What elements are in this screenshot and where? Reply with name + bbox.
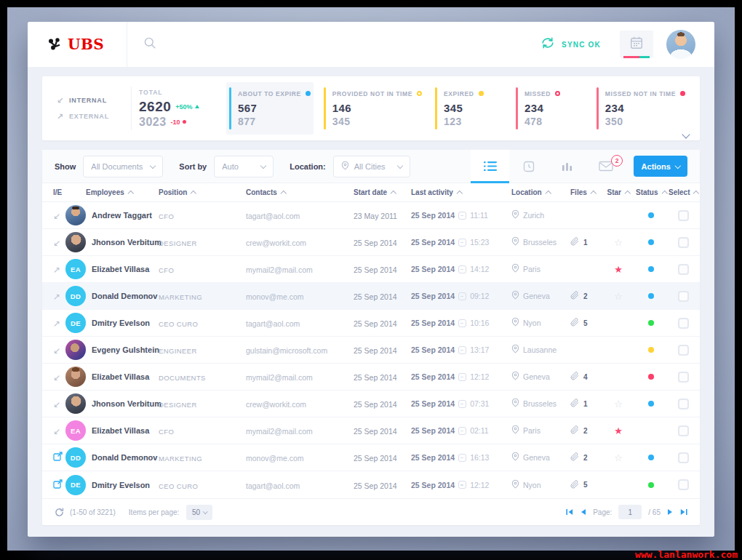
contact-email[interactable]: mymail2@mail.com [246, 427, 313, 436]
chart-view-tab[interactable] [548, 150, 586, 183]
row-checkbox[interactable] [678, 399, 689, 409]
search-button[interactable] [143, 36, 156, 52]
mail-view-tab[interactable]: 2 [586, 150, 625, 183]
star-icon[interactable]: ☆ [614, 292, 623, 301]
employee-avatar: EA [65, 259, 86, 279]
column-header-location[interactable]: Location [511, 188, 550, 196]
star-icon[interactable]: ☆ [614, 238, 623, 247]
stat-tile-missed-not-in-time[interactable]: MISSED NOT IN TIME234350 [594, 82, 688, 135]
stat-tile-missed[interactable]: MISSED234478 [513, 82, 586, 135]
row-checkbox[interactable] [678, 345, 689, 356]
employee-name[interactable]: Andrew Taggart [92, 211, 152, 220]
calendar-button[interactable] [620, 31, 653, 58]
files-count: 2 [583, 454, 588, 462]
row-checkbox[interactable] [678, 264, 689, 275]
external-legend[interactable]: ↗ EXTERNAL [57, 112, 124, 121]
employee-name[interactable]: Donald Demonov [92, 453, 157, 462]
row-checkbox[interactable] [678, 452, 689, 463]
contact-email[interactable]: tagart@aol.com [246, 481, 300, 490]
star-icon[interactable]: ★ [614, 426, 623, 436]
star-icon[interactable]: ☆ [614, 399, 623, 409]
page-input[interactable]: 1 [618, 505, 642, 519]
documents-filter-dropdown[interactable]: All Documents [83, 156, 163, 177]
stat-tile-about-to-expire[interactable]: ABOUT TO EXPIRE567877 [226, 82, 314, 135]
total-delta-up: +50% [175, 103, 192, 111]
star-icon[interactable]: ★ [614, 265, 623, 274]
table-row[interactable]: ↙ Jhonson Verbitum DESIGNER crew@workit.… [42, 229, 700, 256]
sort-caret-icon [591, 191, 597, 196]
table-row[interactable]: ↙ EA Elizabet Villasa CFO mymail2@mail.c… [42, 417, 700, 444]
row-checkbox[interactable] [678, 372, 689, 383]
row-checkbox[interactable] [678, 479, 689, 490]
table-row[interactable]: ↙ Jhonson Verbitum DESIGNER crew@workit.… [42, 391, 700, 417]
ubs-logo[interactable]: UBS [28, 22, 127, 67]
contact-email[interactable]: mymail2@mail.com [246, 373, 313, 382]
stat-tile-expired[interactable]: EXPIRED345123 [432, 82, 506, 135]
last-activity-date: 25 Sep 2014 [411, 345, 455, 354]
sort-dropdown[interactable]: Auto [214, 156, 274, 177]
column-header-position[interactable]: Position [159, 188, 246, 196]
table-row[interactable]: DE Dmitry Evelson CEO CURO tagart@aol.co… [42, 471, 700, 498]
table-row[interactable]: ↗ DE Dmitry Evelson CEO CURO tagart@aol.… [42, 310, 700, 337]
employee-name[interactable]: Evgeny Gulshtein [92, 345, 159, 354]
table-row[interactable]: DD Donald Demonov MARKETING monov@me.com… [42, 444, 700, 471]
profile-avatar[interactable] [666, 30, 695, 59]
last-page-button[interactable] [680, 508, 687, 516]
column-header-files[interactable]: Files [570, 188, 595, 196]
sync-status[interactable]: SYNC OK [540, 36, 601, 52]
prev-page-button[interactable] [580, 508, 586, 516]
row-checkbox[interactable] [678, 210, 689, 221]
last-activity-date: 25 Sep 2014 [411, 265, 455, 273]
column-header-status[interactable]: Status [636, 188, 666, 196]
table-row[interactable]: ↗ DD Donald Demonov MARKETING monov@me.c… [42, 283, 700, 310]
refresh-button[interactable] [55, 508, 64, 517]
status-dot [648, 293, 654, 299]
table-row[interactable]: ↗ EA Elizabet Villasa CFO mymail2@mail.c… [42, 256, 700, 283]
row-checkbox[interactable] [678, 237, 689, 248]
paperclip-icon [570, 316, 579, 329]
row-checkbox[interactable] [678, 318, 689, 329]
column-header-employees[interactable]: Employees [86, 188, 132, 196]
column-header-contacts[interactable]: Contacts [246, 188, 354, 196]
contact-email[interactable]: tagart@aol.com [246, 212, 300, 220]
row-checkbox[interactable] [678, 291, 689, 302]
stats-expand-button[interactable] [683, 127, 690, 134]
employee-name[interactable]: Elizabet Villasa [92, 265, 149, 273]
location-dropdown[interactable]: All Cities [333, 156, 410, 177]
employee-name[interactable]: Jhonson Verbitum [92, 238, 161, 247]
calendar-icon [629, 36, 644, 53]
calendar-mini-icon [458, 292, 466, 300]
history-view-tab[interactable] [509, 150, 548, 183]
contact-email[interactable]: tagart@aol.com [246, 319, 300, 328]
employee-name[interactable]: Elizabet Villasa [92, 372, 149, 381]
contact-email[interactable]: mymail2@mail.com [246, 265, 313, 274]
column-header-star[interactable]: Star [607, 188, 630, 196]
stat-tile-provided-not-in-time[interactable]: PROVIDED NOT IN TIME146345 [321, 82, 425, 135]
employee-name[interactable]: Elizabet Villasa [92, 426, 149, 435]
column-header-last-activity[interactable]: Last activity [411, 188, 461, 196]
next-page-button[interactable] [667, 508, 674, 516]
contact-email[interactable]: monov@me.com [246, 454, 304, 463]
contact-email[interactable]: crew@workit.com [246, 239, 306, 247]
table-row[interactable]: ↙ Andrew Taggart CFO tagart@aol.com 23 M… [42, 202, 700, 229]
mail-badge: 2 [611, 155, 623, 167]
items-per-page-select[interactable]: 50 [186, 505, 212, 520]
contact-email[interactable]: monov@me.com [246, 292, 304, 301]
contact-email[interactable]: crew@workit.com [246, 400, 306, 409]
employee-name[interactable]: Dmitry Evelson [92, 319, 150, 327]
column-header-select[interactable]: Select [669, 188, 698, 196]
row-checkbox[interactable] [678, 425, 689, 436]
employee-name[interactable]: Jhonson Verbitum [92, 399, 161, 408]
first-page-button[interactable] [566, 508, 573, 516]
internal-legend[interactable]: ↙ INTERNAL [57, 96, 124, 105]
actions-button[interactable]: Actions [634, 156, 687, 177]
contact-email[interactable]: gulstain@microsoft.com [246, 346, 327, 355]
table-row[interactable]: ↙ Evgeny Gulshtein ENGINEER gulstain@mic… [42, 337, 700, 364]
sort-value: Auto [222, 162, 239, 171]
list-view-tab[interactable] [471, 150, 509, 183]
star-icon[interactable]: ☆ [614, 453, 623, 463]
table-row[interactable]: ↙ Elizabet Villasa DOCUMENTS mymail2@mai… [42, 364, 700, 391]
employee-name[interactable]: Donald Demonov [92, 292, 157, 300]
employee-name[interactable]: Dmitry Evelson [92, 481, 150, 489]
column-header-start-date[interactable]: Start date [354, 188, 411, 196]
